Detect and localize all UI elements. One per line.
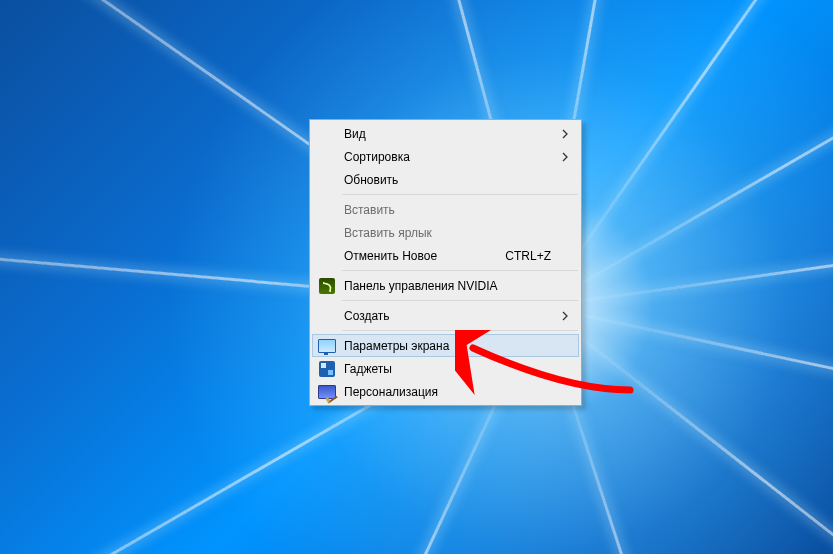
blank-icon <box>314 248 340 264</box>
menu-label: Вставить ярлык <box>340 226 577 240</box>
menu-item-view[interactable]: Вид <box>312 122 579 145</box>
blank-icon <box>314 202 340 218</box>
menu-label: Сортировка <box>340 150 577 164</box>
menu-label: Отменить Новое <box>340 249 505 263</box>
blank-icon <box>314 149 340 165</box>
desktop-context-menu: Вид Сортировка Обновить Вставить Вставит… <box>309 119 582 406</box>
menu-separator <box>342 330 578 331</box>
menu-item-paste: Вставить <box>312 198 579 221</box>
menu-item-display-settings[interactable]: Параметры экрана <box>312 334 579 357</box>
menu-item-sort[interactable]: Сортировка <box>312 145 579 168</box>
chevron-right-icon <box>562 311 569 321</box>
monitor-icon <box>314 338 340 354</box>
menu-label: Персонализация <box>340 385 577 399</box>
menu-shortcut: CTRL+Z <box>505 249 577 263</box>
menu-item-paste-shortcut: Вставить ярлык <box>312 221 579 244</box>
menu-separator <box>342 270 578 271</box>
menu-separator <box>342 300 578 301</box>
nvidia-icon <box>314 278 340 294</box>
blank-icon <box>314 172 340 188</box>
menu-label: Панель управления NVIDIA <box>340 279 577 293</box>
menu-item-gadgets[interactable]: Гаджеты <box>312 357 579 380</box>
menu-item-undo-new[interactable]: Отменить Новое CTRL+Z <box>312 244 579 267</box>
chevron-right-icon <box>562 152 569 162</box>
blank-icon <box>314 225 340 241</box>
personalize-icon <box>314 384 340 400</box>
menu-item-new[interactable]: Создать <box>312 304 579 327</box>
menu-label: Вставить <box>340 203 577 217</box>
menu-label: Гаджеты <box>340 362 577 376</box>
menu-item-personalize[interactable]: Персонализация <box>312 380 579 403</box>
menu-label: Вид <box>340 127 577 141</box>
blank-icon <box>314 308 340 324</box>
menu-label: Создать <box>340 309 577 323</box>
menu-item-refresh[interactable]: Обновить <box>312 168 579 191</box>
menu-label: Параметры экрана <box>340 339 577 353</box>
menu-item-nvidia[interactable]: Панель управления NVIDIA <box>312 274 579 297</box>
blank-icon <box>314 126 340 142</box>
gadget-icon <box>314 361 340 377</box>
menu-label: Обновить <box>340 173 577 187</box>
menu-separator <box>342 194 578 195</box>
chevron-right-icon <box>562 129 569 139</box>
